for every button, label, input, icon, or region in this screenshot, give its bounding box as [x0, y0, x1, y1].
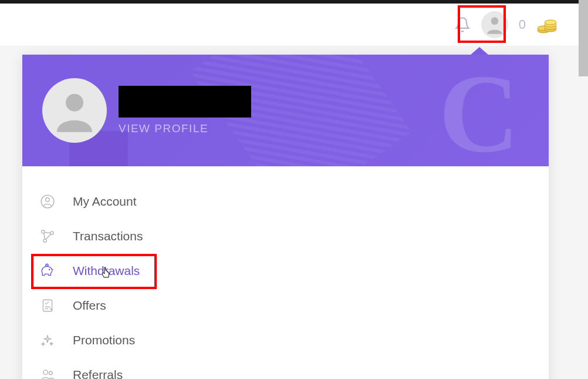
svg-point-11 — [50, 231, 53, 234]
svg-text:$: $ — [46, 264, 48, 266]
svg-rect-20 — [43, 300, 52, 311]
menu-item-withdrawals[interactable]: $ Withdrawals — [40, 253, 531, 288]
menu-item-my-account[interactable]: My Account — [40, 184, 531, 219]
menu-item-label: Promotions — [73, 333, 135, 347]
menu-item-label: Withdrawals — [73, 264, 140, 278]
checklist-icon — [40, 298, 73, 313]
network-icon — [40, 229, 73, 244]
profile-dropdown: C VIEW PROFILE My Account — [22, 55, 549, 379]
menu-item-label: Referrals — [73, 368, 123, 380]
svg-point-23 — [43, 370, 48, 374]
svg-line-15 — [46, 234, 51, 239]
svg-point-0 — [491, 17, 498, 25]
profile-name-redacted — [119, 86, 251, 118]
menu-item-label: Transactions — [73, 229, 143, 243]
svg-point-12 — [43, 239, 46, 242]
profile-bg-letter: C — [439, 58, 519, 166]
svg-point-17 — [49, 269, 50, 270]
coins-icon — [536, 15, 559, 34]
profile-header: C VIEW PROFILE — [22, 55, 549, 166]
dropdown-arrow — [470, 47, 489, 55]
sparkle-icon — [40, 333, 73, 348]
menu-item-label: My Account — [73, 194, 137, 209]
svg-point-7 — [66, 94, 83, 112]
svg-line-14 — [44, 233, 45, 239]
menu-list: My Account Transactions — [22, 166, 549, 379]
header-bar: 0 — [0, 4, 588, 46]
bell-icon[interactable] — [454, 16, 471, 33]
menu-item-label: Offers — [73, 298, 106, 313]
piggy-bank-icon: $ — [40, 263, 73, 279]
svg-point-10 — [42, 230, 45, 233]
menu-item-referrals[interactable]: Referrals — [40, 357, 531, 379]
view-profile-link[interactable]: VIEW PROFILE — [119, 122, 251, 135]
profile-info: VIEW PROFILE — [119, 86, 251, 135]
svg-line-16 — [52, 269, 53, 270]
svg-line-13 — [45, 232, 51, 233]
coin-count: 0 — [519, 17, 526, 32]
menu-item-promotions[interactable]: Promotions — [40, 323, 531, 357]
svg-point-24 — [49, 371, 52, 374]
svg-point-9 — [46, 197, 50, 202]
user-circle-icon — [40, 194, 73, 209]
menu-item-transactions[interactable]: Transactions — [40, 219, 531, 253]
users-icon — [40, 367, 73, 380]
header-avatar[interactable] — [481, 11, 508, 38]
scrollbar[interactable] — [579, 0, 588, 76]
menu-item-offers[interactable]: Offers — [40, 288, 531, 323]
svg-point-6 — [545, 20, 556, 25]
profile-avatar-large — [42, 78, 107, 143]
